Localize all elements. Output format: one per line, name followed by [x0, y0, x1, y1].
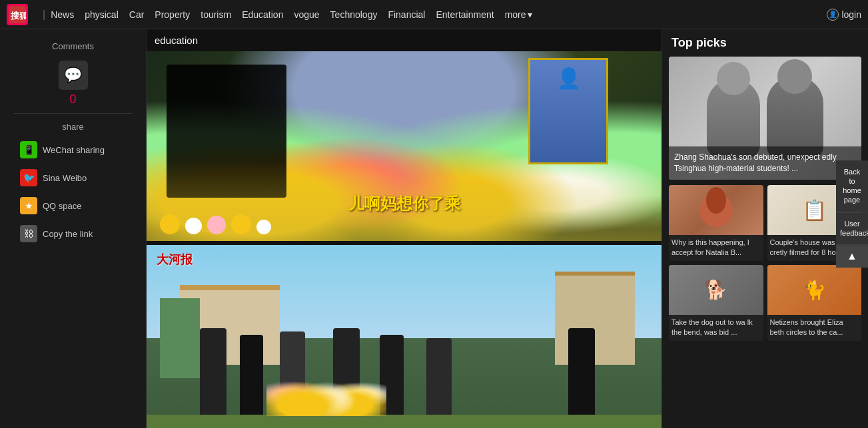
face-silhouette-1: [706, 187, 726, 214]
nav-news[interactable]: News: [51, 9, 74, 20]
comments-label: Comments: [0, 36, 146, 57]
nav-technology[interactable]: Technology: [330, 9, 378, 20]
user-icon: 👤: [827, 9, 839, 21]
pick-card-3-text: Take the dog out to wa lk the bend, was …: [669, 315, 763, 341]
logo[interactable]: 搜狐: [7, 4, 31, 25]
back-to-home-button[interactable]: Back to home page: [836, 160, 868, 212]
wechat-icon: 📱: [20, 141, 37, 158]
qq-icon: ★: [20, 197, 37, 214]
chevron-down-icon: ▾: [528, 9, 532, 20]
pick-card-4[interactable]: 🐈 Netizens brought Eliza beth circles to…: [767, 265, 862, 341]
ceremony-flowers: [266, 363, 386, 416]
pick-card-3-image: 🐕: [669, 265, 763, 315]
pick-card-4-image: 🐈: [767, 265, 862, 315]
portrait-frame: 👤: [528, 58, 608, 164]
scroll-to-top-button[interactable]: ▲: [836, 245, 868, 268]
flower-yellow-1: [160, 214, 180, 234]
weibo-share-label: Sina Weibo: [43, 173, 87, 183]
center-content: education 👤 儿啊妈想你了乘: [147, 29, 661, 428]
pick-cards-grid: Why is this happening, I accept for Nata…: [669, 185, 861, 341]
people-area: [147, 302, 661, 428]
flower-white-1: [185, 218, 202, 234]
weibo-share-button[interactable]: 🐦 Sina Weibo: [0, 164, 146, 192]
login-label: login: [841, 9, 861, 20]
wechat-share-label: WeChat sharing: [43, 145, 105, 155]
nav-more-label: more: [505, 9, 526, 20]
pick-card-1-image: [669, 185, 763, 235]
user-feedback-button[interactable]: User feedback: [836, 212, 868, 246]
nav-entertainment[interactable]: Entertainment: [436, 9, 494, 20]
logo-icon: 搜狐: [7, 4, 28, 25]
nav-vogue[interactable]: vogue: [294, 9, 319, 20]
nav-property[interactable]: Property: [155, 9, 190, 20]
dog-icon: 🐕: [704, 279, 727, 301]
headline-text: 大河报: [157, 252, 193, 268]
nav-links: News physical Car Property tourism Educa…: [51, 9, 816, 20]
copy-icon: ⛓: [20, 225, 37, 242]
flower-yellow-2: [231, 214, 251, 234]
copy-link-button[interactable]: ⛓ Copy the link: [0, 220, 146, 248]
person-1: [200, 328, 226, 415]
head-left: [717, 62, 750, 95]
table-icon: 📋: [802, 198, 827, 222]
nav-physical[interactable]: physical: [85, 9, 119, 20]
wechat-share-button[interactable]: 📱 WeChat sharing: [0, 136, 146, 164]
pick-card-4-text: Netizens brought Eliza beth circles to t…: [767, 315, 862, 341]
nav-financial[interactable]: Financial: [388, 9, 425, 20]
flower-white-2: [256, 220, 271, 234]
comments-section: 💬 0: [20, 61, 126, 107]
person-6: [426, 338, 452, 415]
pick-card-1-text: Why is this happening, I accept for Nata…: [669, 235, 763, 261]
comments-count: 0: [69, 93, 76, 107]
person-2: [240, 335, 263, 415]
head-right: [777, 59, 812, 94]
left-sidebar: Comments 💬 0 share 📱 WeChat sharing 🐦 Si…: [0, 29, 147, 428]
share-label: share: [0, 118, 146, 136]
nav-divider: |: [43, 9, 45, 21]
nav-tourism[interactable]: tourism: [201, 9, 231, 20]
comments-icon[interactable]: 💬: [59, 61, 88, 90]
cat-icon: 🐈: [803, 279, 826, 301]
nav-more[interactable]: more ▾: [505, 9, 532, 20]
ground: [147, 415, 661, 428]
person-7: [568, 328, 595, 415]
pick-card-3[interactable]: 🐕 Take the dog out to wa lk the bend, wa…: [669, 265, 763, 341]
qq-share-button[interactable]: ★ QQ space: [0, 192, 146, 220]
video-1[interactable]: 👤 儿啊妈想你了乘: [147, 51, 661, 241]
floating-buttons: Back to home page User feedback ▲: [836, 160, 868, 268]
copy-link-label: Copy the link: [43, 229, 93, 239]
svg-text:搜狐: 搜狐: [10, 11, 26, 21]
main-layout: Comments 💬 0 share 📱 WeChat sharing 🐦 Si…: [0, 29, 868, 428]
main-pick-text: Zhang Shaohua's son debuted, unexpect ed…: [669, 146, 861, 180]
nav-education[interactable]: Education: [242, 9, 283, 20]
pick-card-1[interactable]: Why is this happening, I accept for Nata…: [669, 185, 763, 261]
flower-pink-1: [207, 216, 226, 234]
top-nav: 搜狐 | News physical Car Property tourism …: [0, 0, 868, 29]
qq-share-label: QQ space: [43, 201, 82, 211]
weibo-icon: 🐦: [20, 169, 37, 186]
top-picks-title: Top picks: [669, 36, 861, 50]
login-button[interactable]: 👤 login: [827, 9, 861, 21]
nav-car[interactable]: Car: [129, 9, 145, 20]
video-2[interactable]: 大河报: [147, 245, 661, 428]
education-label: education: [147, 29, 661, 51]
main-pick-card[interactable]: Zhang Shaohua's son debuted, unexpect ed…: [669, 57, 861, 180]
sidebar-divider-1: [13, 113, 133, 114]
video-overlay-text: 儿啊妈想你了乘: [348, 193, 460, 214]
